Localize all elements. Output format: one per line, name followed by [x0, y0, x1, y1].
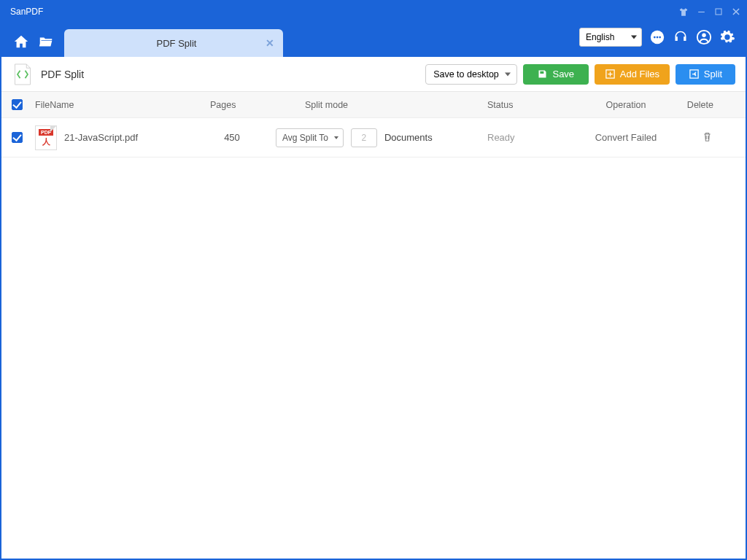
- pdf-file-icon: PDF 人: [35, 125, 57, 150]
- chat-icon[interactable]: [649, 29, 665, 45]
- app-title: SanPDF: [10, 7, 43, 17]
- row-pages: 450: [210, 132, 276, 143]
- tab-close-icon[interactable]: ✕: [266, 37, 274, 49]
- save-button[interactable]: Save: [523, 64, 589, 85]
- svg-rect-0: [698, 11, 705, 12]
- close-icon[interactable]: [731, 7, 741, 17]
- tab-label: PDF Split: [157, 38, 197, 49]
- user-icon[interactable]: [696, 29, 712, 45]
- tab-pdf-split[interactable]: PDF Split ✕: [64, 29, 283, 57]
- minimize-icon[interactable]: [696, 7, 706, 17]
- row-checkbox[interactable]: [12, 132, 23, 143]
- row-filename: 21-JavaScript.pdf: [64, 132, 138, 143]
- row-status: Ready: [487, 132, 575, 143]
- add-files-button[interactable]: Add Files: [595, 64, 670, 85]
- folder-open-icon[interactable]: [38, 34, 54, 50]
- toolbar: PDF Split Save to desktop Save Add Files…: [1, 57, 746, 92]
- svg-point-7: [702, 34, 706, 38]
- header-operation: Operation: [575, 100, 677, 110]
- svg-point-5: [659, 36, 661, 39]
- headphones-icon[interactable]: [673, 29, 689, 45]
- language-select[interactable]: English: [579, 28, 642, 47]
- header-delete: Delete: [677, 100, 713, 110]
- maximize-icon[interactable]: [713, 7, 724, 17]
- table-row: PDF 人 21-JavaScript.pdf 450 Avg Split To…: [1, 118, 746, 158]
- header-filename: FileName: [35, 100, 210, 110]
- menubar: PDF Split ✕ English: [1, 22, 746, 57]
- mode-unit-label: Documents: [384, 132, 433, 143]
- save-to-dropdown[interactable]: Save to desktop: [425, 64, 517, 85]
- header-pages: Pages: [210, 100, 276, 110]
- table-header: FileName Pages Split mode Status Operati…: [1, 92, 746, 118]
- svg-point-3: [654, 36, 656, 39]
- split-button[interactable]: Split: [676, 64, 735, 85]
- home-icon[interactable]: [13, 34, 29, 50]
- svg-point-4: [657, 36, 659, 39]
- header-status: Status: [487, 100, 575, 110]
- split-count-input[interactable]: [351, 128, 377, 147]
- toolbar-title: PDF Split: [41, 69, 84, 80]
- svg-rect-1: [716, 9, 721, 15]
- split-mode-dropdown[interactable]: Avg Split To: [276, 128, 344, 147]
- gear-icon[interactable]: [719, 29, 735, 45]
- delete-icon[interactable]: [701, 134, 713, 145]
- titlebar: SanPDF: [1, 1, 746, 22]
- pdf-split-icon: [12, 63, 34, 86]
- header-mode: Split mode: [276, 100, 487, 110]
- tshirt-icon[interactable]: [678, 7, 689, 17]
- select-all-checkbox[interactable]: [12, 99, 23, 110]
- row-operation: Convert Failed: [575, 132, 677, 143]
